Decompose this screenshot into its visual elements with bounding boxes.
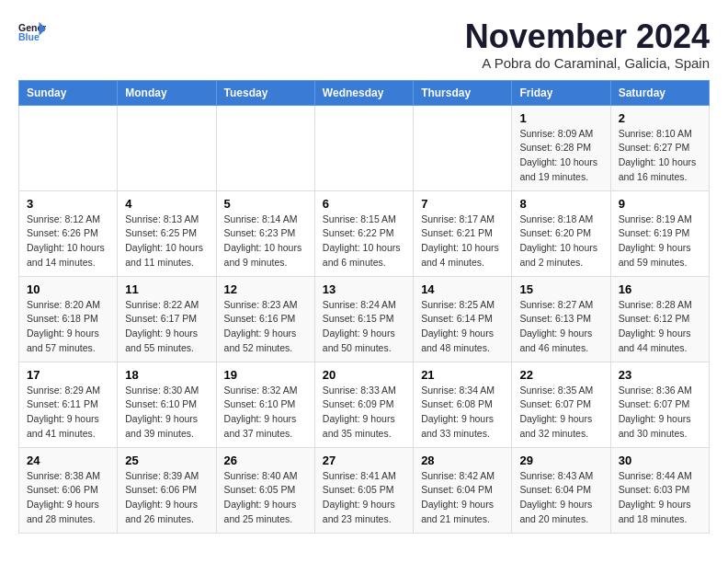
day-number: 21 [421, 368, 504, 382]
calendar-title: November 2024 [465, 18, 710, 55]
day-info: Sunrise: 8:30 AMSunset: 6:10 PMDaylight:… [125, 384, 208, 442]
day-number: 3 [27, 197, 109, 211]
calendar-cell: 29Sunrise: 8:43 AMSunset: 6:04 PMDayligh… [512, 447, 610, 533]
day-number: 20 [323, 368, 405, 382]
day-number: 17 [27, 368, 109, 382]
column-header-thursday: Thursday [414, 80, 512, 105]
day-number: 8 [519, 197, 602, 211]
day-number: 5 [224, 197, 307, 211]
calendar-cell: 8Sunrise: 8:18 AMSunset: 6:20 PMDaylight… [512, 190, 610, 276]
day-info: Sunrise: 8:25 AMSunset: 6:14 PMDaylight:… [421, 298, 504, 356]
calendar-cell: 2Sunrise: 8:10 AMSunset: 6:27 PMDaylight… [610, 105, 709, 190]
calendar-cell [414, 105, 512, 190]
day-info: Sunrise: 8:29 AMSunset: 6:11 PMDaylight:… [27, 384, 109, 442]
calendar-week-5: 24Sunrise: 8:38 AMSunset: 6:06 PMDayligh… [19, 447, 710, 533]
calendar-cell: 28Sunrise: 8:42 AMSunset: 6:04 PMDayligh… [414, 447, 512, 533]
day-info: Sunrise: 8:27 AMSunset: 6:13 PMDaylight:… [519, 298, 602, 356]
calendar-cell: 17Sunrise: 8:29 AMSunset: 6:11 PMDayligh… [19, 362, 118, 447]
day-number: 10 [27, 282, 109, 296]
calendar-cell [216, 105, 314, 190]
column-header-friday: Friday [512, 80, 610, 105]
day-info: Sunrise: 8:23 AMSunset: 6:16 PMDaylight:… [224, 298, 307, 356]
day-number: 11 [125, 282, 208, 296]
day-number: 26 [224, 454, 307, 467]
day-number: 25 [125, 454, 208, 467]
day-info: Sunrise: 8:17 AMSunset: 6:21 PMDaylight:… [421, 213, 504, 270]
calendar-header-row: SundayMondayTuesdayWednesdayThursdayFrid… [19, 80, 710, 105]
day-info: Sunrise: 8:18 AMSunset: 6:20 PMDaylight:… [519, 213, 602, 270]
day-info: Sunrise: 8:19 AMSunset: 6:19 PMDaylight:… [619, 213, 701, 270]
calendar-week-2: 3Sunrise: 8:12 AMSunset: 6:26 PMDaylight… [19, 190, 710, 276]
calendar-week-3: 10Sunrise: 8:20 AMSunset: 6:18 PMDayligh… [19, 276, 710, 362]
calendar-cell: 3Sunrise: 8:12 AMSunset: 6:26 PMDaylight… [19, 190, 118, 276]
day-info: Sunrise: 8:44 AMSunset: 6:03 PMDaylight:… [619, 469, 701, 527]
day-number: 30 [619, 454, 701, 467]
calendar-header: General Blue November 2024 A Pobra do Ca… [18, 18, 710, 71]
title-section: November 2024 A Pobra do Caraminal, Gali… [465, 18, 710, 71]
column-header-wednesday: Wednesday [314, 80, 413, 105]
day-number: 1 [519, 111, 602, 125]
day-info: Sunrise: 8:28 AMSunset: 6:12 PMDaylight:… [619, 298, 701, 356]
day-info: Sunrise: 8:22 AMSunset: 6:17 PMDaylight:… [125, 298, 208, 356]
calendar-subtitle: A Pobra do Caraminal, Galicia, Spain [465, 55, 710, 71]
calendar-cell: 23Sunrise: 8:36 AMSunset: 6:07 PMDayligh… [610, 362, 709, 447]
calendar-cell: 20Sunrise: 8:33 AMSunset: 6:09 PMDayligh… [314, 362, 413, 447]
day-number: 29 [519, 454, 602, 467]
svg-text:Blue: Blue [18, 31, 40, 42]
calendar-cell: 13Sunrise: 8:24 AMSunset: 6:15 PMDayligh… [314, 276, 413, 362]
calendar-week-4: 17Sunrise: 8:29 AMSunset: 6:11 PMDayligh… [19, 362, 710, 447]
calendar-cell: 11Sunrise: 8:22 AMSunset: 6:17 PMDayligh… [118, 276, 216, 362]
column-header-tuesday: Tuesday [216, 80, 314, 105]
day-number: 13 [323, 282, 405, 296]
day-info: Sunrise: 8:14 AMSunset: 6:23 PMDaylight:… [224, 213, 307, 270]
day-number: 9 [619, 197, 701, 211]
day-info: Sunrise: 8:36 AMSunset: 6:07 PMDaylight:… [619, 384, 701, 442]
day-number: 19 [224, 368, 307, 382]
calendar-cell: 9Sunrise: 8:19 AMSunset: 6:19 PMDaylight… [610, 190, 709, 276]
day-info: Sunrise: 8:24 AMSunset: 6:15 PMDaylight:… [323, 298, 405, 356]
day-info: Sunrise: 8:10 AMSunset: 6:27 PMDaylight:… [619, 127, 701, 185]
day-info: Sunrise: 8:33 AMSunset: 6:09 PMDaylight:… [323, 384, 405, 442]
calendar-cell: 24Sunrise: 8:38 AMSunset: 6:06 PMDayligh… [19, 447, 118, 533]
day-number: 14 [421, 282, 504, 296]
calendar-cell: 27Sunrise: 8:41 AMSunset: 6:05 PMDayligh… [314, 447, 413, 533]
day-number: 23 [619, 368, 701, 382]
day-info: Sunrise: 8:42 AMSunset: 6:04 PMDaylight:… [421, 469, 504, 527]
day-info: Sunrise: 8:32 AMSunset: 6:10 PMDaylight:… [224, 384, 307, 442]
day-info: Sunrise: 8:38 AMSunset: 6:06 PMDaylight:… [27, 469, 109, 527]
calendar-cell: 7Sunrise: 8:17 AMSunset: 6:21 PMDaylight… [414, 190, 512, 276]
day-number: 6 [323, 197, 405, 211]
column-header-sunday: Sunday [19, 80, 118, 105]
calendar-cell [19, 105, 118, 190]
day-info: Sunrise: 8:43 AMSunset: 6:04 PMDaylight:… [519, 469, 602, 527]
day-info: Sunrise: 8:13 AMSunset: 6:25 PMDaylight:… [125, 213, 208, 270]
day-number: 15 [519, 282, 602, 296]
calendar-cell: 25Sunrise: 8:39 AMSunset: 6:06 PMDayligh… [118, 447, 216, 533]
day-info: Sunrise: 8:09 AMSunset: 6:28 PMDaylight:… [519, 127, 602, 185]
day-info: Sunrise: 8:35 AMSunset: 6:07 PMDaylight:… [519, 384, 602, 442]
day-number: 4 [125, 197, 208, 211]
calendar-cell: 19Sunrise: 8:32 AMSunset: 6:10 PMDayligh… [216, 362, 314, 447]
calendar-cell: 1Sunrise: 8:09 AMSunset: 6:28 PMDaylight… [512, 105, 610, 190]
calendar-cell: 26Sunrise: 8:40 AMSunset: 6:05 PMDayligh… [216, 447, 314, 533]
day-number: 16 [619, 282, 701, 296]
day-info: Sunrise: 8:39 AMSunset: 6:06 PMDaylight:… [125, 469, 208, 527]
calendar-cell [314, 105, 413, 190]
calendar-cell: 5Sunrise: 8:14 AMSunset: 6:23 PMDaylight… [216, 190, 314, 276]
calendar-table: SundayMondayTuesdayWednesdayThursdayFrid… [18, 80, 710, 534]
calendar-cell [118, 105, 216, 190]
calendar-cell: 6Sunrise: 8:15 AMSunset: 6:22 PMDaylight… [314, 190, 413, 276]
day-number: 2 [619, 111, 701, 125]
day-number: 18 [125, 368, 208, 382]
calendar-cell: 12Sunrise: 8:23 AMSunset: 6:16 PMDayligh… [216, 276, 314, 362]
day-info: Sunrise: 8:41 AMSunset: 6:05 PMDaylight:… [323, 469, 405, 527]
column-header-saturday: Saturday [610, 80, 709, 105]
logo: General Blue [18, 18, 46, 46]
day-number: 22 [519, 368, 602, 382]
calendar-cell: 22Sunrise: 8:35 AMSunset: 6:07 PMDayligh… [512, 362, 610, 447]
calendar-cell: 21Sunrise: 8:34 AMSunset: 6:08 PMDayligh… [414, 362, 512, 447]
calendar-cell: 4Sunrise: 8:13 AMSunset: 6:25 PMDaylight… [118, 190, 216, 276]
day-info: Sunrise: 8:15 AMSunset: 6:22 PMDaylight:… [323, 213, 405, 270]
day-info: Sunrise: 8:40 AMSunset: 6:05 PMDaylight:… [224, 469, 307, 527]
calendar-cell: 16Sunrise: 8:28 AMSunset: 6:12 PMDayligh… [610, 276, 709, 362]
